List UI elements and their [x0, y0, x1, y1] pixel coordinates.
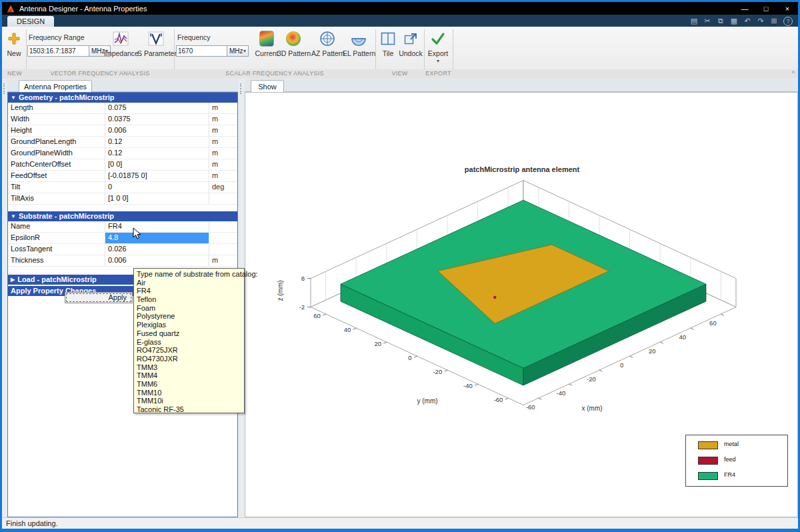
- impedance-button[interactable]: Impedance: [104, 29, 137, 57]
- maximize-button[interactable]: □: [755, 2, 777, 15]
- prop-unit: m: [209, 159, 237, 170]
- prop-value[interactable]: 0.12: [105, 148, 209, 159]
- prop-value[interactable]: [0 0]: [105, 159, 209, 170]
- frequency-input[interactable]: [176, 45, 228, 57]
- prop-value[interactable]: 0: [105, 182, 209, 193]
- prop-unit: m: [209, 103, 237, 113]
- focus-outline: [66, 293, 131, 302]
- section-label-vector: VECTOR FREQUENCY ANALYSIS: [26, 70, 174, 77]
- prop-unit: m: [209, 148, 237, 159]
- x-axis-label: x (mm): [581, 405, 602, 412]
- svg-text:-20: -20: [587, 375, 596, 383]
- legend-label: feed: [724, 456, 736, 463]
- tooltip-item: E-glass: [137, 338, 244, 347]
- s-parameter-label: S Parameter: [137, 49, 175, 57]
- substrate-section-header[interactable]: ▼ Substrate - patchMicrostrip: [8, 211, 237, 221]
- prop-unit: m: [209, 255, 237, 266]
- status-text: Finish updating.: [6, 519, 58, 527]
- svg-text:20: 20: [374, 340, 381, 347]
- prop-value[interactable]: 0.12: [105, 137, 209, 147]
- close-button[interactable]: ×: [777, 2, 798, 15]
- cut-icon[interactable]: ✂: [701, 15, 713, 26]
- prop-name: FeedOffset: [8, 171, 105, 181]
- undock-button[interactable]: Undock: [397, 29, 425, 57]
- prop-value[interactable]: 0.006: [105, 255, 209, 266]
- collapse-arrow-icon: ▶: [11, 275, 15, 285]
- svg-text:0: 0: [620, 361, 623, 369]
- svg-text:8: 8: [301, 275, 305, 282]
- prop-value-selected[interactable]: 4.8: [105, 233, 209, 243]
- prop-value[interactable]: FR4: [105, 221, 209, 232]
- redo-icon[interactable]: ↷: [755, 15, 767, 26]
- new-button[interactable]: New: [3, 29, 25, 57]
- prop-unit: [209, 244, 237, 255]
- svg-text:20: 20: [649, 347, 656, 355]
- prop-value[interactable]: [1 0 0]: [105, 193, 209, 204]
- prop-value[interactable]: 0.075: [105, 103, 209, 113]
- az-pattern-icon: [311, 29, 343, 48]
- tooltip-item: Fused quartz: [137, 329, 244, 338]
- collapse-ribbon-icon[interactable]: ^: [789, 70, 798, 77]
- prop-name: Length: [8, 103, 105, 113]
- frequency-unit: MHz: [229, 47, 243, 55]
- export-button[interactable]: Export ▾: [425, 29, 451, 64]
- tab-show[interactable]: Show: [251, 80, 284, 93]
- tile-icon: [377, 29, 399, 48]
- pattern-3d-button[interactable]: 3D Pattern: [277, 29, 309, 57]
- table-row: Width0.0375m: [8, 114, 237, 125]
- copy-icon[interactable]: ⧉: [715, 15, 727, 26]
- plot-legend[interactable]: metal feed FR4: [685, 435, 788, 487]
- prop-name: EpsilonR: [8, 233, 105, 243]
- window-border-bottom: [0, 529, 800, 532]
- s-parameter-button[interactable]: S Parameter: [137, 29, 175, 57]
- chevron-down-icon: ▾: [425, 58, 451, 64]
- tab-antenna-properties[interactable]: Antenna Properties: [19, 80, 92, 93]
- az-pattern-button[interactable]: AZ Pattern: [311, 29, 343, 57]
- z-axis-label: z (mm): [277, 280, 284, 301]
- paste-icon[interactable]: ▦: [728, 15, 740, 26]
- status-bar: Finish updating.: [2, 517, 798, 529]
- svg-text:-40: -40: [557, 389, 566, 397]
- minimize-button[interactable]: —: [734, 2, 755, 15]
- el-pattern-icon: [343, 29, 375, 48]
- current-icon: [253, 29, 280, 48]
- tooltip-item: TMM10i: [137, 397, 244, 405]
- prop-name: GroundPlaneWidth: [8, 148, 105, 159]
- tooltip-item: Taconic RF-35: [137, 405, 244, 414]
- current-button[interactable]: Current: [253, 29, 280, 57]
- save-icon[interactable]: ▤: [688, 15, 700, 26]
- mouse-cursor: [133, 227, 143, 241]
- layout-icon[interactable]: ⊞: [768, 15, 780, 26]
- svg-text:60: 60: [313, 312, 321, 319]
- undo-icon[interactable]: ↶: [741, 15, 753, 26]
- prop-value[interactable]: 0.026: [105, 244, 209, 255]
- legend-item: FR4: [686, 469, 787, 483]
- frequency-range-input[interactable]: [27, 45, 90, 57]
- tile-button[interactable]: Tile: [377, 29, 399, 57]
- table-row: Height0.006m: [8, 125, 237, 137]
- chevron-down-icon: ▾: [243, 48, 246, 54]
- prop-name: LossTangent: [8, 244, 105, 255]
- frequency-unit-dropdown[interactable]: MHz ▾: [227, 45, 249, 57]
- apply-button[interactable]: Apply: [65, 292, 133, 303]
- help-icon[interactable]: ?: [783, 17, 793, 26]
- prop-value[interactable]: [-0.01875 0]: [105, 171, 209, 181]
- collapse-arrow-icon: ▼: [11, 93, 16, 103]
- geometry-section-header[interactable]: ▼ Geometry - patchMicrostrip: [8, 93, 237, 103]
- fr4-swatch: [698, 472, 718, 480]
- export-check-icon: [425, 29, 451, 48]
- svg-text:60: 60: [709, 319, 717, 327]
- prop-unit: m: [209, 137, 237, 147]
- impedance-label: Impedance: [104, 49, 137, 57]
- el-pattern-button[interactable]: EL Pattern: [343, 29, 375, 57]
- tab-design[interactable]: DESIGN: [7, 16, 54, 27]
- prop-name: Height: [8, 125, 105, 136]
- panel-drag-gutter[interactable]: [2, 79, 7, 517]
- ribbon-tab-row: DESIGN ▤ ✂ ⧉ ▦ ↶ ↷ ⊞ ?: [2, 15, 798, 27]
- prop-name: Width: [8, 114, 105, 125]
- section-label-export: EXPORT: [424, 70, 453, 77]
- tooltip-item: TMM4: [137, 371, 244, 380]
- prop-value[interactable]: 0.006: [105, 125, 209, 136]
- undock-icon: [397, 29, 425, 48]
- prop-value[interactable]: 0.0375: [105, 114, 209, 125]
